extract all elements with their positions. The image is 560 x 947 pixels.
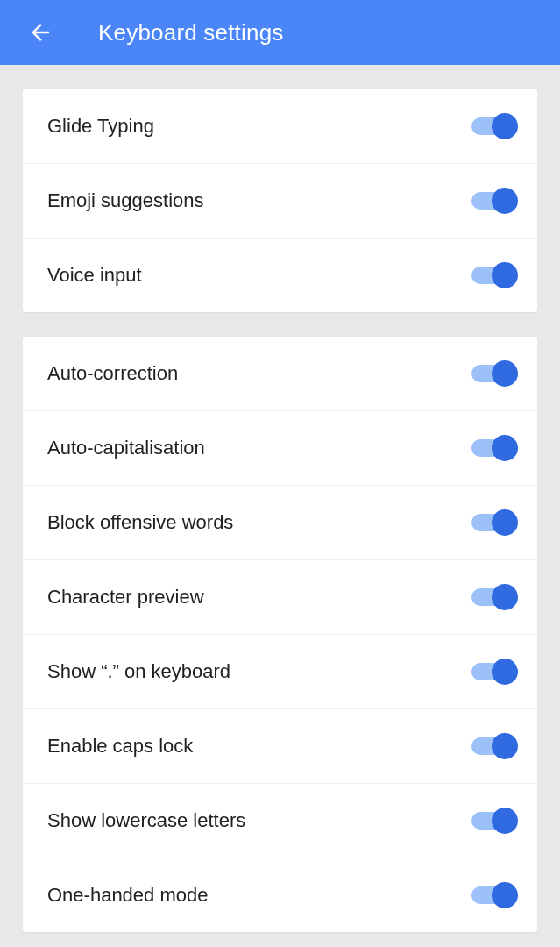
toggle-show-period[interactable]: [471, 659, 518, 685]
toggle-block-offensive-words[interactable]: [471, 509, 518, 536]
row-enable-caps-lock[interactable]: Enable caps lock: [23, 709, 537, 784]
row-show-lowercase-letters[interactable]: Show lowercase letters: [23, 784, 537, 858]
toggle-thumb: [492, 808, 518, 834]
toggle-thumb: [492, 113, 518, 139]
toggle-auto-capitalisation[interactable]: [471, 435, 518, 461]
section-1: Glide Typing Emoji suggestions Voice inp…: [23, 89, 537, 312]
row-character-preview[interactable]: Character preview: [23, 560, 537, 635]
row-emoji-suggestions[interactable]: Emoji suggestions: [23, 164, 537, 239]
toggle-voice-input[interactable]: [471, 262, 518, 288]
row-label: Show lowercase letters: [47, 809, 245, 832]
toggle-one-handed-mode[interactable]: [471, 882, 518, 908]
row-label: Character preview: [47, 586, 204, 609]
toggle-character-preview[interactable]: [471, 584, 518, 610]
toggle-thumb: [492, 733, 518, 759]
toggle-thumb: [492, 659, 518, 685]
row-auto-capitalisation[interactable]: Auto-capitalisation: [23, 411, 537, 486]
row-auto-correction[interactable]: Auto-correction: [23, 337, 537, 411]
toggle-show-lowercase-letters[interactable]: [471, 808, 518, 834]
row-voice-input[interactable]: Voice input: [23, 239, 537, 312]
toggle-glide-typing[interactable]: [471, 113, 518, 139]
row-label: Voice input: [47, 264, 142, 287]
app-header: Keyboard settings: [0, 0, 560, 65]
row-one-handed-mode[interactable]: One-handed mode: [23, 858, 537, 932]
toggle-thumb: [492, 882, 518, 908]
toggle-thumb: [492, 435, 518, 461]
row-label: Glide Typing: [47, 115, 154, 138]
toggle-thumb: [492, 509, 518, 536]
toggle-enable-caps-lock[interactable]: [471, 733, 518, 759]
toggle-thumb: [492, 360, 518, 387]
back-button[interactable]: [25, 17, 56, 48]
row-show-period-on-keyboard[interactable]: Show “.” on keyboard: [23, 635, 537, 709]
row-label: One-handed mode: [47, 884, 208, 907]
toggle-emoji-suggestions[interactable]: [471, 188, 518, 214]
section-2: Auto-correction Auto-capitalisation Bloc…: [23, 337, 537, 932]
row-block-offensive-words[interactable]: Block offensive words: [23, 486, 537, 560]
row-label: Block offensive words: [47, 511, 233, 534]
toggle-thumb: [492, 188, 518, 214]
settings-content: Glide Typing Emoji suggestions Voice inp…: [0, 65, 560, 932]
toggle-thumb: [492, 584, 518, 610]
page-title: Keyboard settings: [98, 19, 284, 46]
row-label: Show “.” on keyboard: [47, 660, 230, 683]
toggle-thumb: [492, 262, 518, 288]
row-label: Emoji suggestions: [47, 189, 204, 212]
row-glide-typing[interactable]: Glide Typing: [23, 89, 537, 164]
row-label: Enable caps lock: [47, 735, 193, 758]
row-label: Auto-correction: [47, 362, 178, 385]
row-label: Auto-capitalisation: [47, 437, 205, 459]
toggle-auto-correction[interactable]: [471, 360, 518, 387]
arrow-left-icon: [27, 19, 53, 46]
